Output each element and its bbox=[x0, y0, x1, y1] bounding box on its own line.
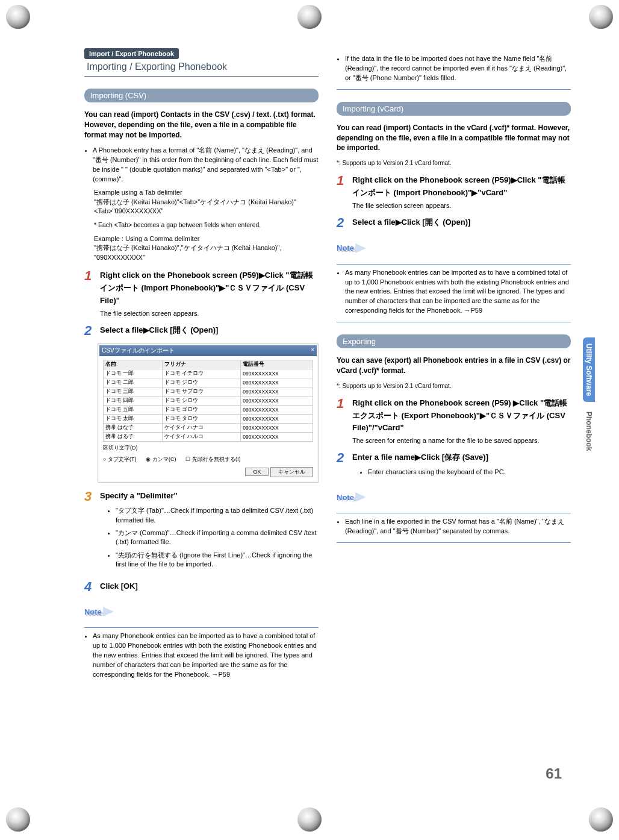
export-intro: You can save (export) all Phonebook entr… bbox=[337, 356, 571, 376]
table-row: ドコモ 五郎ドコモ ゴロウ090XXXXXXXX bbox=[104, 406, 313, 415]
note-badge: Note bbox=[84, 607, 114, 616]
export-step2-bullet1: Enter characters using the keyboard of t… bbox=[368, 468, 571, 477]
example-tab: "携帯はな子 (Keitai Hanako)"<Tab>"ケイタイハナコ (Ke… bbox=[94, 198, 296, 215]
page-number: 61 bbox=[546, 765, 562, 782]
step-number-3: 3 bbox=[84, 490, 95, 572]
step-number-4: 4 bbox=[84, 580, 95, 595]
csv-step3-bullet3: "先頭の行を無視する (Ignore the First Line)"…Chec… bbox=[116, 551, 319, 569]
example-comma-title: Example : Using a Comma delimiter bbox=[94, 235, 199, 242]
vcard-step1-desc: The file selection screen appears. bbox=[352, 202, 571, 209]
hole bbox=[297, 807, 322, 832]
step-number-2: 2 bbox=[337, 451, 347, 480]
csv-import-dialog: CSVファイルのインポート × 名前 フリガナ 電話番号 ドコモ 一郎ドコモ イ… bbox=[98, 343, 319, 483]
csv-step1-desc: The file selection screen appears. bbox=[100, 310, 319, 317]
note-badge: Note bbox=[337, 243, 366, 253]
dialog-cancel-button[interactable]: キャンセル bbox=[270, 467, 313, 477]
vcard-footnote: *: Supports up to Version 2.1 vCard form… bbox=[337, 159, 571, 167]
check-ignore[interactable]: ☐ 先頭行を無視する(I) bbox=[185, 456, 240, 463]
note-label: Note bbox=[337, 243, 356, 252]
separator bbox=[337, 542, 571, 543]
hole bbox=[589, 807, 613, 832]
note-arrow-icon bbox=[355, 492, 366, 502]
table-row: ドコモ 太郎ドコモ タロウ090XXXXXXXX bbox=[104, 415, 313, 424]
table-row: 携帯 はる子ケイタイ ハルコ090XXXXXXXX bbox=[104, 433, 313, 442]
section-title: Importing / Exporting Phonebook bbox=[84, 59, 319, 77]
separator bbox=[337, 513, 571, 513]
separator bbox=[337, 89, 571, 90]
table-row: 携帯 はな子ケイタイ ハナコ090XXXXXXXX bbox=[104, 424, 313, 433]
col-reading: フリガナ bbox=[162, 360, 240, 369]
col-name: 名前 bbox=[104, 360, 163, 369]
csv-note2: If the data in the file to be imported d… bbox=[345, 54, 571, 83]
col-number: 電話番号 bbox=[241, 360, 313, 369]
example-tab-star: * Each <Tab> becomes a gap between field… bbox=[94, 221, 319, 230]
csv-step4-title: Click [OK] bbox=[100, 580, 319, 593]
export-note1: Each line in a file exported in the CSV … bbox=[345, 517, 571, 536]
right-column: If the data in the file to be imported d… bbox=[337, 48, 571, 682]
delimiter-label: 区切り文字(D) bbox=[103, 444, 313, 452]
vcard-note1: As many Phonebook entries can be importe… bbox=[345, 268, 571, 316]
hole bbox=[6, 807, 30, 832]
binder-holes-bottom bbox=[0, 807, 619, 832]
table-row: ドコモ 二郎ドコモ ジロウ090XXXXXXXX bbox=[104, 378, 313, 387]
separator bbox=[337, 322, 571, 322]
radio-tab[interactable]: ○ タブ文字(T) bbox=[103, 456, 136, 463]
note-label: Note bbox=[337, 493, 356, 502]
step-number-2: 2 bbox=[84, 324, 95, 339]
export-step1-desc: The screen for entering a name for the f… bbox=[352, 437, 571, 444]
csv-note1: As many Phonebook entries can be importe… bbox=[93, 632, 319, 680]
step-number-1: 1 bbox=[337, 174, 347, 209]
example-tab-title: Example using a Tab delimiter bbox=[94, 189, 182, 196]
subsection-importing-csv: Importing (CSV) bbox=[84, 89, 319, 102]
table-row: ドコモ 四郎ドコモ シロウ090XXXXXXXX bbox=[104, 396, 313, 406]
table-row: ドコモ 三郎ドコモ サブロウ090XXXXXXXX bbox=[104, 387, 313, 396]
csv-step2-title: Select a file▶Click [開く (Open)] bbox=[100, 324, 319, 337]
vcard-step2-title: Select a file▶Click [開く (Open)] bbox=[352, 216, 571, 229]
section-badge: Import / Export Phonebook bbox=[84, 48, 179, 59]
csv-step3-bullet2: "カンマ (Comma)"…Check if importing a comma… bbox=[116, 528, 319, 547]
subsection-importing-vcard: Importing (vCard) bbox=[337, 102, 571, 116]
csv-format-note: A Phonebook entry has a format of "名前 (N… bbox=[93, 146, 319, 184]
note-arrow-icon bbox=[103, 607, 114, 616]
radio-comma[interactable]: ◉ カンマ(C) bbox=[146, 456, 176, 463]
csv-step3-bullet1: "タブ文字 (Tab)"…Check if importing a tab de… bbox=[116, 506, 319, 525]
csv-intro: You can read (import) Contacts in the CS… bbox=[84, 110, 319, 140]
step-number-1: 1 bbox=[84, 269, 95, 316]
csv-step3-title: Specify a "Delimiter" bbox=[100, 490, 319, 503]
dialog-close-icon[interactable]: × bbox=[311, 346, 314, 355]
example-comma: "携帯はな子 (Keitai Hanako)","ケイタイハナコ (Keitai… bbox=[94, 244, 281, 260]
export-step2-title: Enter a file name▶Click [保存 (Save)] bbox=[352, 451, 571, 464]
left-column: Import / Export Phonebook Importing / Ex… bbox=[84, 48, 319, 682]
dialog-table: 名前 フリガナ 電話番号 ドコモ 一郎ドコモ イチロウ090XXXXXXXXドコ… bbox=[103, 360, 313, 442]
dialog-ok-button[interactable]: OK bbox=[245, 468, 269, 476]
vcard-step1-title: Right click on the Phonebook screen (P59… bbox=[352, 174, 571, 199]
table-row: ドコモ 一郎ドコモ イチロウ090XXXXXXXX bbox=[104, 369, 313, 378]
step-number-2: 2 bbox=[337, 216, 347, 231]
note-badge: Note bbox=[337, 492, 366, 502]
note-arrow-icon bbox=[355, 243, 366, 253]
vcard-intro: You can read (import) Contacts in the vC… bbox=[337, 123, 571, 153]
separator bbox=[337, 264, 571, 265]
separator bbox=[84, 627, 319, 628]
dialog-title: CSVファイルのインポート bbox=[102, 346, 175, 355]
subsection-exporting: Exporting bbox=[337, 334, 571, 348]
csv-step1-title: Right click on the Phonebook screen (P59… bbox=[100, 269, 319, 307]
export-footnote: *: Supports up to Version 2.1 vCard form… bbox=[337, 382, 571, 390]
export-step1-title: Right click on the Phonebook screen (P59… bbox=[352, 397, 571, 434]
note-label: Note bbox=[84, 607, 104, 616]
step-number-1: 1 bbox=[337, 397, 347, 444]
